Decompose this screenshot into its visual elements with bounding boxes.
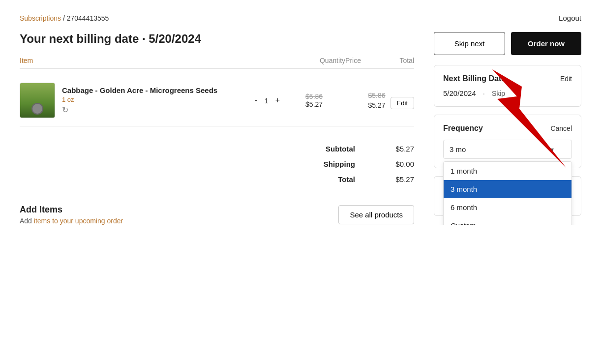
frequency-select-display[interactable]: 3 mo ▾ — [443, 140, 572, 159]
product-name: Cabbage - Golden Acre - Microgreens Seed… — [62, 86, 243, 94]
billing-skip-link[interactable]: Skip — [492, 90, 505, 97]
total-cell: $5.86 $5.27 Edit — [336, 91, 414, 109]
frequency-dropdown: 1 month 3 month 6 month Custom — [443, 161, 572, 225]
add-items-row: Add Items Add items to your upcoming ord… — [20, 205, 414, 225]
total-original: $5.86 — [368, 91, 386, 99]
add-items-link[interactable]: items to your upcoming order — [34, 217, 123, 225]
frequency-option-custom[interactable]: Custom — [444, 216, 571, 225]
total-discounted: $5.27 — [368, 101, 386, 109]
frequency-card: Frequency Cancel 3 mo ▾ 1 month 3 month … — [434, 115, 581, 168]
frequency-card-header: Frequency Cancel — [443, 124, 572, 133]
quantity-decrease-button[interactable]: - — [252, 95, 260, 106]
order-now-button[interactable]: Order now — [511, 32, 581, 55]
right-panel: Skip next Order now Next Billing Date Ed… — [434, 32, 581, 225]
breadcrumb-link[interactable]: Subscriptions — [20, 14, 61, 22]
billing-card-header: Next Billing Date Edit — [443, 74, 572, 83]
price-original: $5.86 — [292, 92, 336, 100]
col-item-header: Item — [20, 57, 316, 64]
quantity-value: 1 — [264, 96, 268, 105]
frequency-select-wrapper: 3 mo ▾ 1 month 3 month 6 month Custom — [443, 140, 572, 159]
total-value: $5.27 — [385, 175, 414, 183]
shipping-label: Shipping — [324, 160, 355, 168]
dropdown-arrow-icon: ▾ — [551, 146, 554, 153]
total-column: $5.86 $5.27 — [336, 91, 386, 109]
billing-date-row: 5/20/2024 · Skip — [443, 89, 572, 97]
skip-next-button[interactable]: Skip next — [434, 32, 505, 55]
billing-edit-button[interactable]: Edit — [560, 75, 572, 83]
breadcrumb: Subscriptions / 27044413555 — [20, 14, 109, 22]
left-panel: Your next billing date · 5/20/2024 Item … — [20, 32, 414, 225]
product-variant: 1 oz — [62, 96, 243, 103]
total-row: Total $5.27 — [20, 172, 414, 187]
product-image — [20, 83, 55, 118]
billing-date-value: 5/20/2024 — [443, 89, 476, 97]
breadcrumb-current: 27044413555 — [67, 14, 109, 22]
subtotal-value: $5.27 — [385, 145, 414, 153]
col-total-header: Total — [365, 57, 414, 64]
add-items-title: Add Items — [20, 205, 123, 215]
add-items-text-block: Add Items Add items to your upcoming ord… — [20, 205, 123, 225]
subtotal-label: Subtotal — [326, 145, 355, 153]
price-column: $5.86 $5.27 — [292, 92, 336, 108]
product-info: Cabbage - Golden Acre - Microgreens Seed… — [62, 86, 243, 115]
top-bar: Subscriptions / 27044413555 Logout — [20, 0, 581, 27]
frequency-cancel-button[interactable]: Cancel — [550, 124, 572, 132]
see-all-products-button[interactable]: See all products — [338, 205, 414, 224]
product-edit-button[interactable]: Edit — [391, 97, 414, 109]
quantity-increase-button[interactable]: + — [272, 95, 283, 106]
frequency-option-6month[interactable]: 6 month — [444, 198, 571, 216]
breadcrumb-separator: / — [63, 14, 67, 22]
col-qty-header: QuantityPrice — [316, 57, 365, 64]
table-row: Cabbage - Golden Acre - Microgreens Seed… — [20, 75, 414, 126]
add-items-subtitle: Add items to your upcoming order — [20, 217, 123, 225]
frequency-option-1month[interactable]: 1 month — [444, 162, 571, 180]
price-discounted: $5.27 — [305, 100, 323, 108]
next-billing-card: Next Billing Date Edit 5/20/2024 · Skip — [434, 65, 581, 107]
action-buttons: Skip next Order now — [434, 32, 581, 55]
refresh-icon[interactable]: ↻ — [62, 105, 243, 115]
table-header: Item QuantityPrice Total — [20, 57, 414, 69]
shipping-row: Shipping $0.00 — [20, 156, 414, 172]
logout-button[interactable]: Logout — [559, 14, 581, 22]
add-items-section: Add Items Add items to your upcoming ord… — [20, 205, 414, 225]
billing-heading: Your next billing date · 5/20/2024 — [20, 32, 414, 46]
billing-card-title: Next Billing Date — [443, 74, 506, 83]
add-items-prefix: Add — [20, 217, 34, 225]
summary-section: Subtotal $5.27 Shipping $0.00 Total $5.2… — [20, 136, 414, 187]
frequency-selected-value: 3 mo — [450, 145, 466, 153]
billing-dot: · — [483, 89, 485, 97]
subtotal-row: Subtotal $5.27 — [20, 141, 414, 156]
total-label: Total — [338, 175, 355, 183]
shipping-value: $0.00 — [385, 160, 414, 168]
quantity-control: - 1 + — [243, 95, 292, 106]
frequency-option-3month[interactable]: 3 month — [444, 180, 571, 198]
frequency-title: Frequency — [443, 124, 483, 133]
